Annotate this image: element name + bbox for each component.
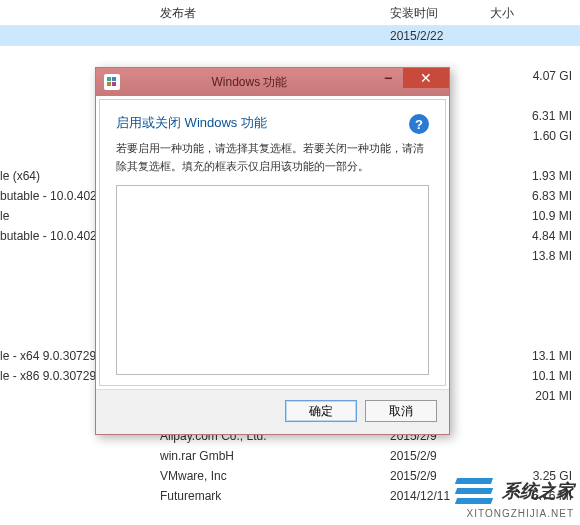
dialog-description: 若要启用一种功能，请选择其复选框。若要关闭一种功能，请清除其复选框。填充的框表示…: [116, 140, 429, 175]
svg-rect-0: [107, 77, 111, 81]
watermark-logo-icon: [456, 476, 496, 506]
dialog-title: Windows 功能: [126, 74, 373, 91]
cell-size: [490, 146, 580, 166]
cell-size: [490, 26, 580, 46]
control-panel-icon: [104, 74, 120, 90]
cell-publisher: [160, 46, 390, 66]
cell-date: [390, 46, 490, 66]
cell-size: [490, 46, 580, 66]
col-install-date[interactable]: 安装时间: [390, 5, 490, 22]
cell-size: [490, 326, 580, 346]
cell-size: 4.07 GI: [490, 66, 580, 86]
col-publisher[interactable]: 发布者: [160, 5, 390, 22]
cell-size: 1.60 GI: [490, 126, 580, 146]
cell-publisher: Futuremark: [160, 486, 390, 506]
cell-name: [0, 446, 160, 466]
cell-size: [490, 286, 580, 306]
cell-size: [490, 446, 580, 466]
table-row[interactable]: 2015/2/22: [0, 26, 580, 46]
cell-size: 6.83 MI: [490, 186, 580, 206]
cell-size: 201 MI: [490, 386, 580, 406]
cell-name: [0, 486, 160, 506]
cancel-button[interactable]: 取消: [365, 400, 437, 422]
cell-size: 13.1 MI: [490, 346, 580, 366]
watermark-url: XITONGZHIJIA.NET: [456, 508, 574, 519]
svg-rect-1: [112, 77, 116, 81]
features-listbox[interactable]: [116, 185, 429, 375]
windows-features-dialog: Windows 功能 − ✕ 启用或关闭 Windows 功能 ? 若要启用一种…: [95, 67, 450, 435]
col-size[interactable]: 大小: [490, 5, 580, 22]
table-row[interactable]: [0, 46, 580, 66]
dialog-titlebar[interactable]: Windows 功能 − ✕: [96, 68, 449, 96]
table-header: 发布者 安装时间 大小: [0, 0, 580, 26]
cell-date: 2015/2/9: [390, 446, 490, 466]
cell-publisher: VMware, Inc: [160, 466, 390, 486]
cell-size: [490, 86, 580, 106]
cell-date: 2015/2/22: [390, 26, 490, 46]
svg-rect-3: [112, 82, 116, 86]
minimize-button[interactable]: −: [373, 68, 403, 88]
close-button[interactable]: ✕: [403, 68, 449, 88]
cell-name: [0, 466, 160, 486]
cell-size: 10.1 MI: [490, 366, 580, 386]
cell-size: [490, 306, 580, 326]
cell-size: 1.93 MI: [490, 166, 580, 186]
watermark: 系统之家 XITONGZHIJIA.NET: [456, 476, 574, 519]
watermark-name: 系统之家: [502, 479, 574, 503]
cell-name: [0, 26, 160, 46]
cell-size: 13.8 MI: [490, 246, 580, 266]
ok-button[interactable]: 确定: [285, 400, 357, 422]
cell-size: 10.9 MI: [490, 206, 580, 226]
table-row[interactable]: win.rar GmbH2015/2/9: [0, 446, 580, 466]
cell-size: 6.31 MI: [490, 106, 580, 126]
cell-size: [490, 266, 580, 286]
svg-rect-2: [107, 82, 111, 86]
cell-publisher: [160, 26, 390, 46]
help-icon[interactable]: ?: [409, 114, 429, 134]
cell-size: [490, 426, 580, 446]
cell-publisher: win.rar GmbH: [160, 446, 390, 466]
dialog-heading: 启用或关闭 Windows 功能: [116, 114, 267, 132]
cell-name: [0, 46, 160, 66]
cell-size: 4.84 MI: [490, 226, 580, 246]
cell-size: [490, 406, 580, 426]
